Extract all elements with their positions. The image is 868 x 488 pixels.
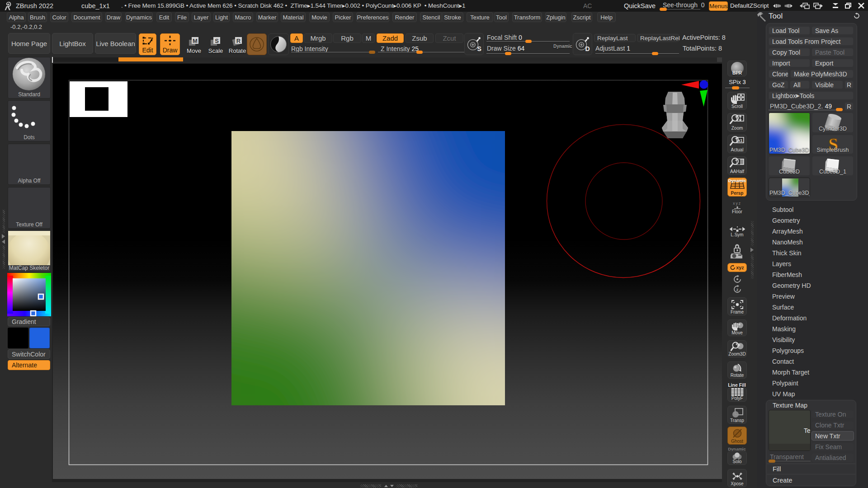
svg-text:z: z — [736, 287, 739, 292]
svg-text:x1: x1 — [738, 138, 742, 143]
svg-text:S: S — [477, 45, 481, 52]
svg-text:D: D — [585, 45, 590, 52]
svg-text:S: S — [215, 38, 219, 44]
svg-text:R: R — [236, 38, 241, 44]
svg-text:M: M — [193, 38, 198, 44]
